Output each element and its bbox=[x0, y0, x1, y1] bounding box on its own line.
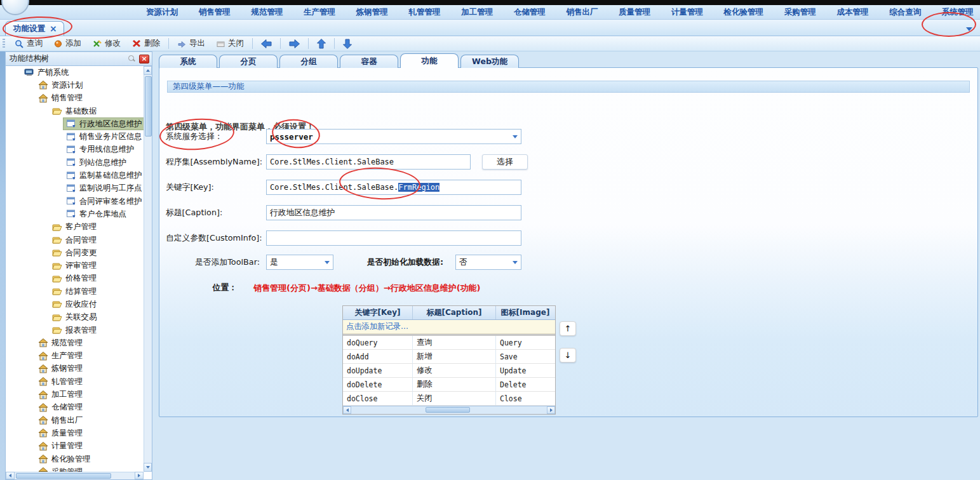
tab-overflow-dropdown-icon[interactable] bbox=[966, 23, 972, 33]
tree-item[interactable]: 销售出厂 bbox=[6, 414, 144, 427]
custominfo-input[interactable] bbox=[266, 230, 521, 246]
delete-button[interactable]: 删除 bbox=[126, 37, 166, 50]
grid-header-key[interactable]: 关键字[Key] bbox=[343, 306, 413, 319]
menu-item[interactable]: 综合查询 bbox=[889, 7, 921, 18]
tree-item[interactable]: 应收应付 bbox=[6, 298, 144, 310]
tree-item[interactable]: 产销系统 bbox=[6, 66, 144, 79]
grid-horizontal-scrollbar[interactable] bbox=[343, 406, 555, 414]
tree-scroll-thumb[interactable] bbox=[145, 76, 152, 137]
grid-row[interactable]: doUpdate 修改 Update bbox=[343, 364, 555, 378]
grid-scroll-thumb[interactable] bbox=[426, 407, 470, 413]
chevron-down-icon[interactable] bbox=[513, 261, 518, 264]
menu-item[interactable]: 采购管理 bbox=[784, 7, 816, 18]
menu-item[interactable]: 加工管理 bbox=[461, 7, 493, 18]
scroll-left-icon[interactable] bbox=[6, 472, 15, 479]
row-move-down-button[interactable]: ↓ bbox=[560, 348, 576, 363]
menu-item[interactable]: 生产管理 bbox=[304, 7, 335, 18]
tree-item[interactable]: 行政地区信息维护 bbox=[6, 117, 144, 130]
menu-item[interactable]: 质量管理 bbox=[619, 7, 650, 18]
menu-item[interactable]: 销售出厂 bbox=[567, 7, 598, 18]
content-tab[interactable]: 系统 bbox=[159, 55, 217, 68]
tree-horizontal-scrollbar[interactable] bbox=[6, 472, 144, 479]
key-input[interactable]: Core.StlMes.Client.SaleBase.FrmRegion bbox=[266, 180, 521, 195]
content-tab[interactable]: 容器 bbox=[340, 55, 398, 68]
content-tab[interactable]: Web功能 bbox=[460, 55, 519, 68]
tree-item[interactable]: 销售业务片区信息 bbox=[6, 130, 144, 143]
nav-left-button[interactable] bbox=[255, 38, 278, 50]
menu-item[interactable]: 炼钢管理 bbox=[356, 7, 388, 18]
menu-item[interactable]: 资源计划 bbox=[146, 7, 178, 18]
tree-item[interactable]: 价格管理 bbox=[6, 272, 144, 285]
menu-item[interactable]: 系统管理 bbox=[942, 7, 974, 18]
tree-item[interactable]: 炼钢管理 bbox=[6, 363, 144, 375]
scroll-right-icon[interactable] bbox=[547, 406, 555, 414]
grid-row[interactable]: doDelete 删除 Delete bbox=[343, 378, 555, 392]
content-tab[interactable]: 功能 bbox=[400, 53, 459, 68]
tree-item[interactable]: 评审管理 bbox=[6, 259, 144, 272]
tree-item[interactable]: 专用线信息维护 bbox=[6, 143, 144, 156]
menu-item[interactable]: 检化验管理 bbox=[724, 7, 764, 18]
chevron-down-icon[interactable] bbox=[325, 261, 330, 264]
tree-item[interactable]: 轧管管理 bbox=[6, 375, 144, 388]
assembly-input[interactable]: Core.StlMes.Client.SaleBase bbox=[266, 154, 471, 170]
tree-item[interactable]: 监制基础信息维护 bbox=[6, 169, 144, 182]
grid-header-caption[interactable]: 标题[Caption] bbox=[413, 306, 496, 319]
menu-item[interactable]: 计量管理 bbox=[671, 7, 703, 18]
service-combobox[interactable]: pssserver bbox=[266, 129, 521, 144]
tree-item[interactable]: 加工管理 bbox=[6, 388, 144, 401]
assembly-select-button[interactable]: 选择 bbox=[482, 154, 528, 170]
row-move-up-button[interactable]: ↑ bbox=[560, 321, 576, 336]
tab-function-settings[interactable]: 功能设置 × bbox=[5, 21, 64, 36]
grid-add-new-row[interactable]: 点击添加新记录... bbox=[343, 320, 555, 334]
tree-item[interactable]: 合同变更 bbox=[6, 246, 144, 259]
grid-header-image[interactable]: 图标[Image] bbox=[496, 306, 554, 319]
tab-close-icon[interactable]: × bbox=[50, 25, 57, 32]
tree-search-icon[interactable] bbox=[128, 55, 135, 62]
tree-item[interactable]: 采购管理 bbox=[6, 465, 144, 472]
tree-item[interactable]: 规范管理 bbox=[6, 337, 144, 349]
add-toolbar-combobox[interactable]: 是 bbox=[266, 255, 333, 270]
tree-item[interactable]: 生产管理 bbox=[6, 350, 144, 363]
tree-item[interactable]: 合同评审签名维护 bbox=[6, 195, 144, 208]
tree-item[interactable]: 监制说明与工序点 bbox=[6, 182, 144, 195]
chevron-down-icon[interactable] bbox=[513, 135, 518, 138]
tree-close-button[interactable]: × bbox=[139, 55, 149, 63]
grid-row[interactable]: doClose 关闭 Close bbox=[343, 392, 555, 406]
edit-button[interactable]: 修改 bbox=[87, 37, 126, 50]
add-button[interactable]: 添加 bbox=[48, 37, 87, 50]
nav-right-button[interactable] bbox=[283, 38, 305, 50]
grid-row[interactable]: doQuery 查询 Query bbox=[343, 336, 555, 350]
scroll-up-icon[interactable] bbox=[144, 66, 152, 75]
export-button[interactable]: 导出 bbox=[171, 37, 211, 50]
menu-item[interactable]: 成本管理 bbox=[836, 7, 868, 18]
tree-item[interactable]: 关联交易 bbox=[6, 311, 144, 324]
tree-item[interactable]: 销售管理 bbox=[6, 92, 144, 105]
tree-item[interactable]: 基础数据 bbox=[6, 105, 144, 117]
scroll-left-icon[interactable] bbox=[343, 406, 351, 414]
init-load-combobox[interactable]: 否 bbox=[455, 255, 521, 270]
content-tab[interactable]: 分页 bbox=[219, 55, 278, 68]
nav-up-button[interactable] bbox=[311, 37, 332, 50]
grid-row[interactable]: doAdd 新增 Save bbox=[343, 350, 555, 364]
menu-item[interactable]: 销售管理 bbox=[199, 7, 231, 18]
tree-item[interactable]: 报表管理 bbox=[6, 324, 144, 337]
tree-vertical-scrollbar[interactable] bbox=[144, 66, 152, 472]
menu-item[interactable]: 轧管管理 bbox=[408, 7, 440, 18]
tree-item[interactable]: 客户管理 bbox=[6, 221, 144, 234]
tree-item[interactable]: 仓储管理 bbox=[6, 401, 144, 414]
tree-item[interactable]: 客户仓库地点 bbox=[6, 208, 144, 220]
tree-item[interactable]: 结算管理 bbox=[6, 285, 144, 298]
tree-item[interactable]: 合同管理 bbox=[6, 234, 144, 246]
scroll-right-icon[interactable] bbox=[135, 472, 144, 479]
tree-item[interactable]: 资源计划 bbox=[6, 79, 144, 91]
nav-down-button[interactable] bbox=[337, 37, 358, 50]
content-tab[interactable]: 分组 bbox=[279, 55, 338, 68]
tree-item[interactable]: 计量管理 bbox=[6, 440, 144, 453]
close-button[interactable]: 关闭 bbox=[211, 37, 250, 50]
menu-item[interactable]: 仓储管理 bbox=[514, 7, 546, 18]
caption-input[interactable]: 行政地区信息维护 bbox=[266, 205, 521, 220]
menu-item[interactable]: 规范管理 bbox=[251, 7, 283, 18]
tree-hscroll-thumb[interactable] bbox=[16, 473, 111, 479]
tree-item[interactable]: 检化验管理 bbox=[6, 453, 144, 465]
query-button[interactable]: 查询 bbox=[9, 37, 48, 50]
